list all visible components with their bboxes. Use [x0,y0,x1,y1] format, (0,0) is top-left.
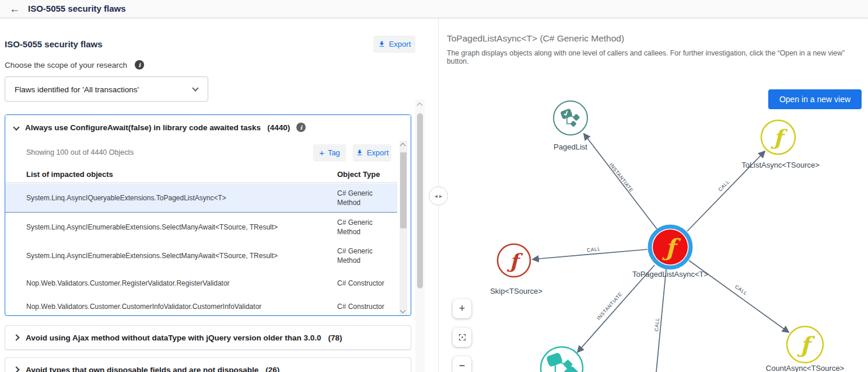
edge-label: CALL [586,246,601,253]
showing-count-text: Showing 100 out of 4440 Objects [26,148,134,157]
edge-label: CALL [717,179,731,193]
section-export-label: Export [367,148,389,157]
chevron-down-icon [192,85,198,91]
section-export-button[interactable]: Export [353,144,391,161]
scroll-down-icon[interactable] [400,308,406,314]
edge-label: CALL [653,318,660,332]
export-button-label: Export [389,40,411,48]
arrow-left-icon: ◂ [435,193,438,199]
object-type: C# Generic Method [337,218,396,237]
tag-button[interactable]: + Tag [313,144,346,161]
object-type: C# Constructor [337,279,396,288]
object-name: System.Linq.AsyncIEnumerableExtensions.S… [26,252,318,260]
node-label: CountAsync<TSource> [766,364,844,372]
scope-label: Choose the scope of your research [5,61,127,69]
flaw-section-count: (78) [328,333,342,342]
flaw-section-title: Avoid types that own disposable fields a… [26,366,258,372]
dependency-graph: INSTANTIATE CALL CALL INSTANTIATE CALL C… [439,18,868,372]
node-label: PagedList [554,142,587,151]
flaw-section-count: (26) [265,366,279,372]
app-root: ← ISO-5055 security flaws ISO-5055 secur… [0,0,868,372]
info-icon[interactable]: i [135,60,144,69]
back-arrow-icon[interactable]: ← [9,2,20,15]
object-name: System.Linq.AsyncIQueryableExtensions.To… [26,194,318,202]
info-icon[interactable]: i [296,123,306,132]
flaw-section-count: (4440) [267,123,290,132]
top-header-bar: ← ISO-5055 security flaws [0,0,868,18]
table-row[interactable]: System.Linq.AsyncIQueryableExtensions.To… [5,183,397,213]
scope-dropdown-value: Flaws identified for 'All transactions' [15,85,139,94]
column-header-type: Object Type [337,170,380,179]
download-icon [378,40,386,48]
left-panel-title: ISO-5055 security flaws [5,39,103,49]
graph-node-class-teal[interactable] [541,347,583,372]
object-type: C# Generic Method [337,189,396,207]
chevron-right-icon [13,366,19,372]
inner-scrollbar[interactable] [400,141,407,315]
scope-dropdown[interactable]: Flaws identified for 'All transactions' [5,77,208,102]
object-name: System.Linq.AsyncIEnumerableExtensions.S… [26,223,318,231]
open-in-new-view-button[interactable]: Open in a new view [768,89,862,109]
node-label: Skip<TSource> [490,287,542,295]
table-header: List of impacted objects Object Type [5,167,397,183]
flaw-section-header[interactable]: Always use ConfigureAwait(false) in libr… [5,115,411,140]
scroll-up-icon[interactable] [417,103,423,109]
zoom-in-button[interactable]: + [453,299,471,318]
table-row[interactable]: Nop.Web.Validators.Customer.CustomerInfo… [5,297,397,316]
tag-button-label: Tag [328,148,340,157]
object-name: Nop.Web.Validators.Customer.RegisterVali… [26,279,318,287]
flaw-section-title: Avoid using Ajax method without dataType… [26,333,321,342]
arrow-right-icon: ▸ [439,193,442,199]
graph-node-skip[interactable]: ƒ Skip<TSource> [490,244,542,295]
object-name: Nop.Web.Validators.Customer.CustomerInfo… [26,303,318,311]
zoom-out-button[interactable]: − [453,356,471,372]
table-row[interactable]: System.Linq.AsyncIEnumerableExtensions.S… [5,213,397,242]
node-label: ToPagedListAsync<T> [632,270,708,279]
fit-to-screen-button[interactable] [453,328,471,347]
left-panel-scrollbar[interactable] [415,99,425,372]
download-icon [356,149,363,157]
chevron-down-icon [13,124,19,130]
export-button[interactable]: Export [373,36,415,52]
scroll-up-icon[interactable] [400,143,406,149]
graph-node-tolistasync[interactable]: ƒ ToListAsync<TSource> [741,120,820,169]
object-type: C# Generic Method [337,246,396,265]
flaw-section-collapsed[interactable]: Avoid using Ajax method without dataType… [5,325,411,350]
graph-node-countasync[interactable]: ƒ CountAsync<TSource> [766,326,844,372]
object-type: C# Constructor [337,302,396,311]
flaw-section-collapsed[interactable]: Avoid types that own disposable fields a… [5,357,411,372]
graph-node-pagedlist[interactable]: PagedList [554,101,587,151]
edge-label: INSTANTIATE [608,162,635,193]
scrollbar-thumb[interactable] [417,113,423,288]
column-header-objects: List of impacted objects [26,170,113,179]
chevron-right-icon [13,334,19,340]
flaw-section-expanded: Always use ConfigureAwait(false) in libr… [5,114,411,316]
panel-resize-handle[interactable]: ◂ ▸ [429,186,448,206]
table-row[interactable]: System.Linq.AsyncIEnumerableExtensions.S… [5,242,397,269]
scope-row: Choose the scope of your research i [5,60,144,69]
scrollbar-thumb[interactable] [400,152,407,228]
graph-node-topagedlistasync-selected[interactable]: ƒ ToPagedListAsync<T> [632,227,708,279]
plus-icon: + [319,148,324,157]
table-row[interactable]: Nop.Web.Validators.Customer.RegisterVali… [5,269,397,297]
fit-screen-icon [458,333,467,342]
graph-edge [584,134,657,229]
node-label: ToListAsync<TSource> [741,161,820,169]
flaw-section-title: Always use ConfigureAwait(false) in libr… [25,123,261,132]
page-title: ISO-5055 security flaws [28,4,126,13]
